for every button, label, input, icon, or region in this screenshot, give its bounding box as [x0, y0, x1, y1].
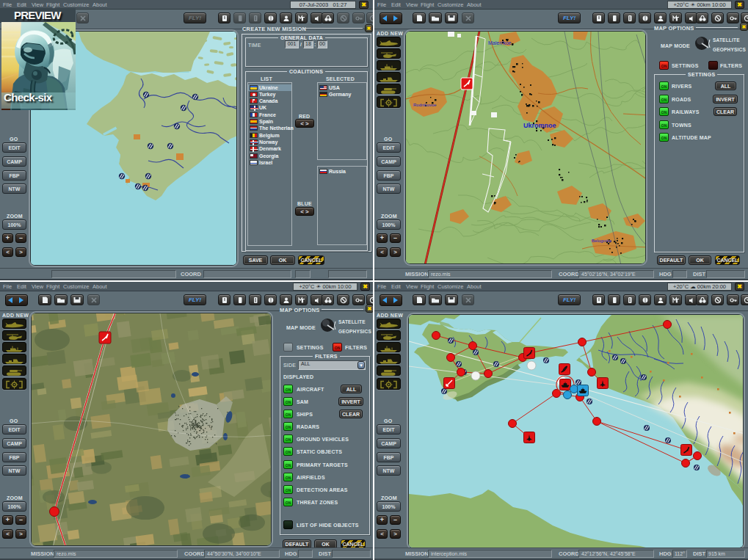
svg-text:Belogorka: Belogorka [592, 239, 612, 243]
svg-text:Ukromnoe: Ukromnoe [523, 122, 556, 129]
svg-text:Rodnikovoe: Rodnikovoe [413, 103, 437, 107]
svg-text:Malen'koe: Malen'koe [488, 40, 512, 46]
